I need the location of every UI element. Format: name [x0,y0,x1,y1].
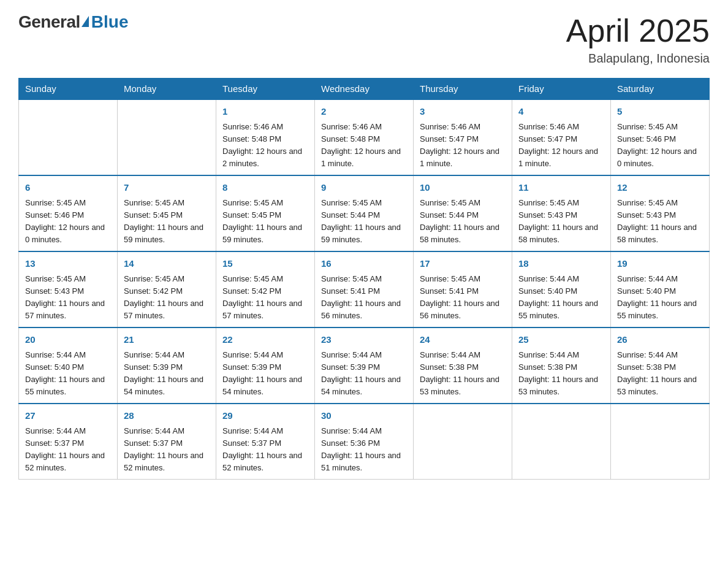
week-row-1: 1Sunrise: 5:46 AM Sunset: 5:48 PM Daylig… [19,99,710,175]
day-info: Sunrise: 5:45 AM Sunset: 5:44 PM Dayligh… [321,197,407,247]
calendar-cell [414,404,512,480]
day-info: Sunrise: 5:46 AM Sunset: 5:48 PM Dayligh… [222,121,308,170]
day-info: Sunrise: 5:46 AM Sunset: 5:48 PM Dayligh… [321,121,407,170]
day-number: 6 [25,181,111,195]
page-header: General Blue April 2025 Balapulang, Indo… [18,12,710,66]
calendar-cell: 24Sunrise: 5:44 AM Sunset: 5:38 PM Dayli… [414,327,512,404]
calendar-cell: 26Sunrise: 5:44 AM Sunset: 5:38 PM Dayli… [611,327,710,404]
day-number: 12 [617,181,703,195]
calendar-cell [19,99,118,175]
day-info: Sunrise: 5:45 AM Sunset: 5:42 PM Dayligh… [124,273,210,323]
day-number: 3 [420,105,506,119]
day-info: Sunrise: 5:44 AM Sunset: 5:38 PM Dayligh… [617,349,703,399]
day-info: Sunrise: 5:45 AM Sunset: 5:46 PM Dayligh… [617,121,703,170]
title-section: April 2025 Balapulang, Indonesia [566,12,710,66]
day-info: Sunrise: 5:45 AM Sunset: 5:42 PM Dayligh… [222,273,308,323]
calendar-cell: 7Sunrise: 5:45 AM Sunset: 5:45 PM Daylig… [118,175,216,251]
day-info: Sunrise: 5:44 AM Sunset: 5:40 PM Dayligh… [617,273,703,323]
calendar-cell: 1Sunrise: 5:46 AM Sunset: 5:48 PM Daylig… [216,99,315,175]
calendar-cell: 20Sunrise: 5:44 AM Sunset: 5:40 PM Dayli… [19,327,118,404]
day-number: 25 [518,333,604,347]
day-number: 9 [321,181,407,195]
calendar-cell: 10Sunrise: 5:45 AM Sunset: 5:44 PM Dayli… [414,175,512,251]
day-info: Sunrise: 5:44 AM Sunset: 5:37 PM Dayligh… [222,425,308,475]
day-number: 29 [222,409,308,423]
day-number: 24 [420,333,506,347]
calendar-cell: 28Sunrise: 5:44 AM Sunset: 5:37 PM Dayli… [118,404,216,480]
logo: General Blue [18,12,128,32]
day-info: Sunrise: 5:45 AM Sunset: 5:43 PM Dayligh… [617,197,703,247]
day-info: Sunrise: 5:45 AM Sunset: 5:44 PM Dayligh… [420,197,506,247]
day-info: Sunrise: 5:44 AM Sunset: 5:36 PM Dayligh… [321,425,407,475]
week-row-4: 20Sunrise: 5:44 AM Sunset: 5:40 PM Dayli… [19,327,710,404]
day-number: 11 [518,181,604,195]
calendar-cell: 2Sunrise: 5:46 AM Sunset: 5:48 PM Daylig… [315,99,414,175]
calendar-cell: 30Sunrise: 5:44 AM Sunset: 5:36 PM Dayli… [315,404,414,480]
calendar-cell: 5Sunrise: 5:45 AM Sunset: 5:46 PM Daylig… [611,99,710,175]
day-number: 2 [321,105,407,119]
day-info: Sunrise: 5:44 AM Sunset: 5:38 PM Dayligh… [518,349,604,399]
day-number: 5 [617,105,703,119]
calendar-cell: 8Sunrise: 5:45 AM Sunset: 5:45 PM Daylig… [216,175,315,251]
day-info: Sunrise: 5:44 AM Sunset: 5:39 PM Dayligh… [124,349,210,399]
day-info: Sunrise: 5:44 AM Sunset: 5:37 PM Dayligh… [25,425,111,475]
day-number: 13 [25,257,111,271]
day-info: Sunrise: 5:45 AM Sunset: 5:46 PM Dayligh… [25,197,111,247]
calendar-cell: 17Sunrise: 5:45 AM Sunset: 5:41 PM Dayli… [414,251,512,327]
calendar-cell: 11Sunrise: 5:45 AM Sunset: 5:43 PM Dayli… [512,175,611,251]
calendar-header-wednesday: Wednesday [315,79,414,100]
calendar-header-saturday: Saturday [611,79,710,100]
day-info: Sunrise: 5:45 AM Sunset: 5:41 PM Dayligh… [420,273,506,323]
day-info: Sunrise: 5:46 AM Sunset: 5:47 PM Dayligh… [420,121,506,170]
calendar-header-row: SundayMondayTuesdayWednesdayThursdayFrid… [19,79,710,100]
day-info: Sunrise: 5:45 AM Sunset: 5:43 PM Dayligh… [25,273,111,323]
day-number: 14 [124,257,210,271]
day-number: 26 [617,333,703,347]
calendar-cell: 14Sunrise: 5:45 AM Sunset: 5:42 PM Dayli… [118,251,216,327]
day-info: Sunrise: 5:44 AM Sunset: 5:37 PM Dayligh… [124,425,210,475]
day-info: Sunrise: 5:45 AM Sunset: 5:45 PM Dayligh… [124,197,210,247]
calendar-cell: 4Sunrise: 5:46 AM Sunset: 5:47 PM Daylig… [512,99,611,175]
calendar-cell: 22Sunrise: 5:44 AM Sunset: 5:39 PM Dayli… [216,327,315,404]
calendar-cell: 12Sunrise: 5:45 AM Sunset: 5:43 PM Dayli… [611,175,710,251]
day-info: Sunrise: 5:44 AM Sunset: 5:38 PM Dayligh… [420,349,506,399]
calendar-cell: 23Sunrise: 5:44 AM Sunset: 5:39 PM Dayli… [315,327,414,404]
calendar-cell: 3Sunrise: 5:46 AM Sunset: 5:47 PM Daylig… [414,99,512,175]
day-number: 8 [222,181,308,195]
calendar-cell [118,99,216,175]
day-number: 19 [617,257,703,271]
calendar-header-tuesday: Tuesday [216,79,315,100]
day-number: 10 [420,181,506,195]
day-number: 20 [25,333,111,347]
calendar-header-monday: Monday [118,79,216,100]
month-title: April 2025 [566,12,710,49]
calendar-cell: 29Sunrise: 5:44 AM Sunset: 5:37 PM Dayli… [216,404,315,480]
day-info: Sunrise: 5:44 AM Sunset: 5:40 PM Dayligh… [518,273,604,323]
calendar-cell: 27Sunrise: 5:44 AM Sunset: 5:37 PM Dayli… [19,404,118,480]
day-number: 1 [222,105,308,119]
calendar-cell: 19Sunrise: 5:44 AM Sunset: 5:40 PM Dayli… [611,251,710,327]
calendar-cell [512,404,611,480]
day-number: 28 [124,409,210,423]
week-row-3: 13Sunrise: 5:45 AM Sunset: 5:43 PM Dayli… [19,251,710,327]
day-number: 21 [124,333,210,347]
calendar-cell [611,404,710,480]
calendar-table: SundayMondayTuesdayWednesdayThursdayFrid… [18,78,710,480]
calendar-cell: 21Sunrise: 5:44 AM Sunset: 5:39 PM Dayli… [118,327,216,404]
day-number: 27 [25,409,111,423]
calendar-header-sunday: Sunday [19,79,118,100]
day-info: Sunrise: 5:44 AM Sunset: 5:40 PM Dayligh… [25,349,111,399]
day-number: 23 [321,333,407,347]
day-number: 16 [321,257,407,271]
day-info: Sunrise: 5:45 AM Sunset: 5:45 PM Dayligh… [222,197,308,247]
day-number: 30 [321,409,407,423]
location-text: Balapulang, Indonesia [566,52,710,66]
day-number: 17 [420,257,506,271]
day-number: 22 [222,333,308,347]
calendar-cell: 15Sunrise: 5:45 AM Sunset: 5:42 PM Dayli… [216,251,315,327]
day-number: 15 [222,257,308,271]
calendar-header-thursday: Thursday [414,79,512,100]
day-number: 18 [518,257,604,271]
calendar-cell: 16Sunrise: 5:45 AM Sunset: 5:41 PM Dayli… [315,251,414,327]
day-number: 4 [518,105,604,119]
